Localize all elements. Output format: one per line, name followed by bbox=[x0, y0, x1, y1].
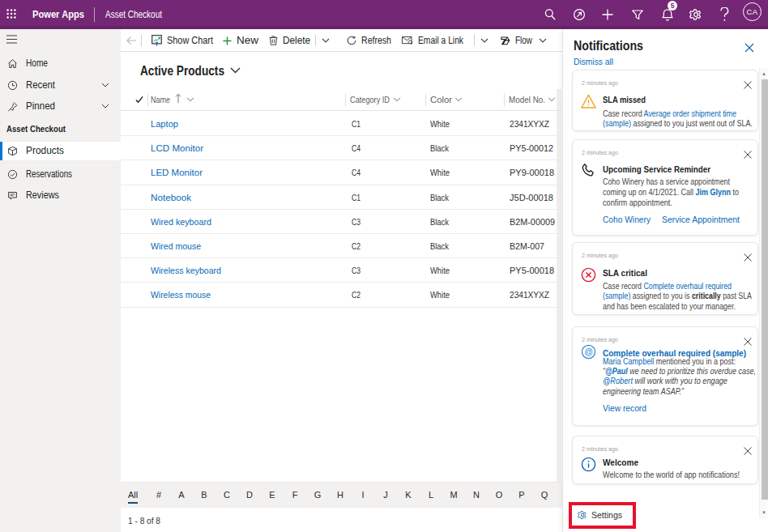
svg-text:@: @ bbox=[584, 347, 593, 356]
